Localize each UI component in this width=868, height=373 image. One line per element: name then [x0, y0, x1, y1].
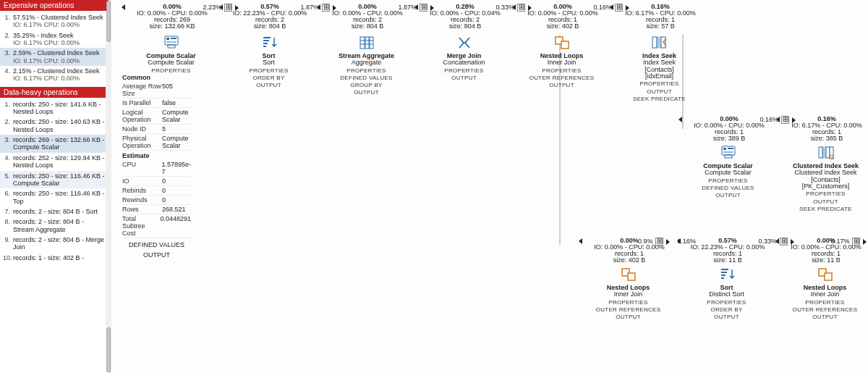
prop-link[interactable]: DEFINED VALUES [122, 241, 191, 248]
plan-node-sort[interactable]: SortSortPROPERTIESORDER BYOUTPUT [224, 33, 314, 88]
compute-icon [718, 145, 739, 161]
prop-link[interactable]: OUTPUT [614, 88, 705, 95]
svg-rect-16 [561, 41, 569, 49]
prop-row: Logical OperationCompute Scalar [122, 108, 191, 125]
plan-node-sort-b[interactable]: SortDistinct SortPROPERTIESORDER BYOUTPU… [681, 265, 772, 320]
svg-rect-20 [722, 146, 735, 155]
edge-label[interactable]: 0.00%IO: 0.00% - CPU: 0.00%records: 1siz… [683, 116, 775, 142]
prop-link[interactable]: PROPERTIES [780, 299, 868, 306]
list-item[interactable]: 2.35.25% - Index SeekIO: 6.17% CPU: 0.00… [0, 30, 109, 49]
plan-node-nested-loops-a[interactable]: Nested LoopsInner JoinPROPERTIESOUTER RE… [516, 33, 607, 88]
svg-rect-11 [370, 37, 373, 49]
list-item[interactable]: 1.57.51% - Clustered Index SeekIO: 6.17%… [0, 12, 109, 30]
index-seek-icon [650, 35, 670, 51]
prop-link[interactable]: DEFINED VALUES [321, 75, 412, 81]
prop-row: IO0 [122, 177, 191, 186]
prop-link[interactable]: OUTPUT [419, 75, 509, 81]
list-item[interactable]: 5.records: 250 - size: 116.46 KB - Compu… [0, 171, 109, 189]
list-item[interactable]: 7.records: 2 - size: 804 B - Sort [0, 206, 109, 217]
prop-link[interactable]: OUTER REFERENCES [583, 306, 673, 313]
prop-group-header: Estimate [122, 152, 191, 159]
list-item[interactable]: 6.records: 250 - size: 116.46 KB - Top [0, 188, 109, 206]
merge-join-icon [454, 35, 475, 51]
prop-link[interactable]: PROPERTIES [126, 67, 216, 74]
svg-rect-31 [628, 273, 635, 280]
expensive-operations-list: 1.57.51% - Clustered Index SeekIO: 6.17%… [0, 11, 109, 87]
prop-link[interactable]: ORDER BY [681, 306, 772, 313]
prop-link[interactable]: OUTER REFERENCES [780, 306, 868, 313]
prop-link[interactable]: OUTPUT [516, 82, 607, 88]
list-item[interactable]: 1.records: 250 - size: 141.6 KB - Nested… [0, 99, 109, 117]
prop-link[interactable]: PROPERTIES [780, 190, 868, 197]
svg-rect-21 [723, 148, 726, 150]
svg-rect-27 [826, 147, 830, 158]
sort-icon [259, 35, 279, 51]
plan-node-nested-loops-c[interactable]: Nested LoopsInner JoinPROPERTIESOUTER RE… [780, 265, 868, 320]
svg-rect-9 [360, 37, 365, 49]
prop-link[interactable]: DEFINED VALUES [683, 185, 773, 191]
prop-row: Rebinds0 [122, 186, 191, 196]
edge-label[interactable]: 0.28%IO: 0.00% - CPU: 0.04%records: 2siz… [419, 4, 511, 30]
plan-node-stream-aggregate[interactable]: Stream AggregateAggregatePROPERTIESDEFIN… [321, 33, 412, 96]
prop-link[interactable]: ORDER BY [224, 75, 314, 81]
edge-label[interactable]: 0.16%IO: 6.17% - CPU: 0.00%records: 1siz… [780, 116, 868, 142]
prop-link[interactable]: PROPERTIES [419, 67, 509, 74]
list-item[interactable]: 8.records: 2 - size: 804 B - Stream Aggr… [0, 217, 109, 235]
svg-rect-37 [825, 273, 832, 280]
plan-node-index-seek-a[interactable]: Index SeekIndex Seek[Contacts][idxEmail]… [614, 33, 705, 102]
plan-canvas[interactable]: CommonAverage Row Size505Is Parallelfals… [111, 0, 868, 373]
svg-rect-22 [728, 148, 733, 149]
prop-link[interactable]: OUTPUT [780, 314, 868, 320]
list-item[interactable]: 10.records: 1 - size: 402 B - [0, 253, 109, 263]
list-item[interactable]: 3.2.59% - Clustered Index SeekIO: 6.17% … [0, 48, 109, 66]
prop-link[interactable]: OUTER REFERENCES [516, 75, 607, 81]
prop-link[interactable]: PROPERTIES [321, 67, 412, 74]
svg-rect-0 [165, 36, 178, 45]
plan-node-compute-scalar-a[interactable]: Compute ScalarCompute ScalarPROPERTIES [126, 33, 216, 74]
svg-rect-4 [168, 45, 175, 48]
prop-row: CPU1.57895e-7 [122, 160, 191, 177]
prop-link[interactable]: PROPERTIES [683, 177, 773, 184]
data-heavy-header: Data-heavy operations [0, 87, 109, 98]
expensive-operations-header: Expensive operations [0, 0, 109, 11]
prop-link[interactable]: SEEK PREDICATE [614, 96, 705, 102]
prop-link[interactable]: OUTPUT [780, 198, 868, 205]
svg-rect-26 [822, 147, 826, 158]
edge-label[interactable]: 0.00%IO: 0.00% - CPU: 0.00%records: 269s… [126, 4, 218, 30]
prop-link[interactable]: OUTPUT [683, 192, 773, 198]
prop-link[interactable]: OUTPUT [122, 251, 191, 259]
expand-icon[interactable]: ⊞ [655, 238, 663, 246]
edge-label[interactable]: 0.57%IO: 22.23% - CPU: 0.00%records: 1si… [681, 238, 774, 264]
expand-icon[interactable]: ⊞ [852, 238, 860, 246]
svg-rect-10 [365, 37, 369, 49]
list-item[interactable]: 9.records: 2 - size: 804 B - Merge Join [0, 235, 109, 253]
edge-label[interactable]: 0.57%IO: 22.23% - CPU: 0.00%records: 2si… [224, 4, 316, 30]
prop-link[interactable]: OUTPUT [321, 89, 412, 96]
edge-label[interactable]: 0.00%IO: 0.00% - CPU: 0.00%records: 1siz… [516, 4, 609, 30]
edge-label[interactable]: 0.16%IO: 6.17% - CPU: 0.00%records: 1siz… [614, 4, 707, 30]
list-item[interactable]: 4.records: 252 - size: 129.94 KB - Neste… [0, 153, 109, 171]
list-item[interactable]: 3.records: 269 - size: 132.66 KB - Compu… [0, 135, 109, 153]
plan-node-compute-scalar-b[interactable]: Compute ScalarCompute ScalarPROPERTIESDE… [683, 143, 773, 198]
prop-link[interactable]: OUTPUT [681, 314, 772, 320]
list-item[interactable]: 2.records: 250 - size: 140.63 KB - Neste… [0, 117, 109, 135]
properties-grid: CommonAverage Row Size505Is Parallelfals… [122, 72, 191, 259]
plan-node-nested-loops-b[interactable]: Nested LoopsInner JoinPROPERTIESOUTER RE… [583, 265, 673, 320]
prop-link[interactable]: PROPERTIES [516, 67, 607, 74]
edge-label[interactable]: 0.00%IO: 0.00% - CPU: 0.00%records: 2siz… [321, 4, 414, 30]
prop-link[interactable]: PROPERTIES [583, 299, 673, 306]
prop-link[interactable]: SEEK PREDICATE [780, 206, 868, 212]
edge-label[interactable]: 0.00%IO: 0.00% - CPU: 0.00%records: 1siz… [583, 238, 676, 264]
list-item[interactable]: 4.2.15% - Clustered Index SeekIO: 6.17% … [0, 66, 109, 84]
svg-rect-18 [657, 37, 661, 48]
plan-node-clustered-index-seek[interactable]: Clustered Index SeekClustered Index Seek… [780, 143, 868, 212]
prop-link[interactable]: PROPERTIES [681, 299, 772, 306]
prop-link[interactable]: OUTPUT [224, 82, 314, 88]
plan-node-merge-join[interactable]: Merge JoinConcatenationPROPERTIESOUTPUT [419, 33, 509, 81]
prop-link[interactable]: OUTPUT [583, 314, 673, 320]
prop-link[interactable]: PROPERTIES [614, 80, 705, 87]
sidebar-scrollbar[interactable] [106, 0, 111, 373]
prop-link[interactable]: GROUP BY [321, 82, 412, 88]
prop-link[interactable]: PROPERTIES [224, 67, 314, 74]
edge-label[interactable]: 0.00%IO: 0.00% - CPU: 0.00%records: 1siz… [780, 238, 868, 264]
